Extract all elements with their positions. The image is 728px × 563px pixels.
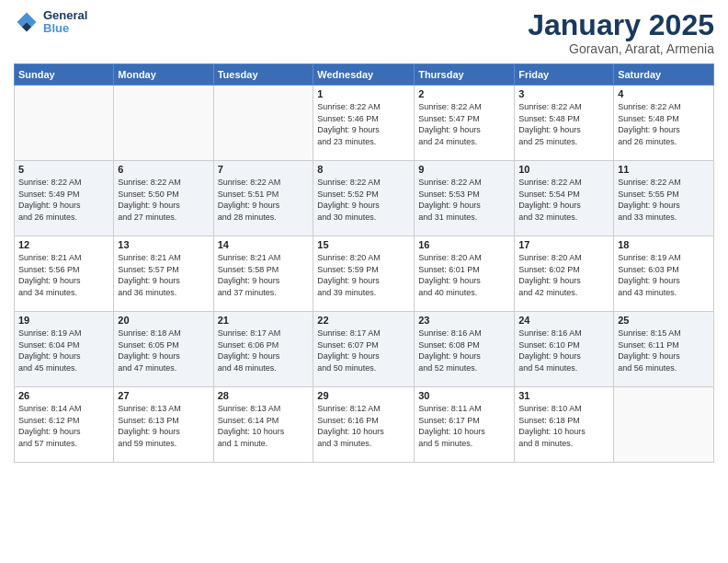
day-number: 22 [317,315,410,326]
day-cell: 9Sunrise: 8:22 AM Sunset: 5:53 PM Daylig… [415,161,515,236]
logo: General Blue [14,9,87,36]
day-info: Sunrise: 8:14 AM Sunset: 6:12 PM Dayligh… [18,403,109,449]
day-number: 7 [218,164,310,175]
day-number: 27 [118,390,209,401]
day-cell: 27Sunrise: 8:13 AM Sunset: 6:13 PM Dayli… [114,387,213,463]
day-info: Sunrise: 8:20 AM Sunset: 5:59 PM Dayligh… [317,252,410,298]
day-info: Sunrise: 8:22 AM Sunset: 5:52 PM Dayligh… [317,177,410,223]
day-cell: 3Sunrise: 8:22 AM Sunset: 5:48 PM Daylig… [515,86,614,161]
day-cell: 13Sunrise: 8:21 AM Sunset: 5:57 PM Dayli… [114,236,213,312]
day-cell: 18Sunrise: 8:19 AM Sunset: 6:03 PM Dayli… [614,236,714,312]
day-info: Sunrise: 8:21 AM Sunset: 5:56 PM Dayligh… [18,252,109,298]
day-cell [114,86,213,161]
week-row-5: 26Sunrise: 8:14 AM Sunset: 6:12 PM Dayli… [15,387,714,463]
day-info: Sunrise: 8:13 AM Sunset: 6:14 PM Dayligh… [218,403,310,449]
page: General Blue January 2025 Goravan, Arara… [0,0,728,563]
day-number: 24 [518,315,609,326]
day-number: 19 [18,315,109,326]
day-info: Sunrise: 8:19 AM Sunset: 6:03 PM Dayligh… [618,252,710,298]
day-info: Sunrise: 8:20 AM Sunset: 6:01 PM Dayligh… [418,252,510,298]
weekday-tuesday: Tuesday [213,64,313,86]
day-number: 17 [518,239,609,250]
day-cell: 8Sunrise: 8:22 AM Sunset: 5:52 PM Daylig… [313,161,415,236]
day-number: 26 [18,390,109,401]
day-cell: 14Sunrise: 8:21 AM Sunset: 5:58 PM Dayli… [213,236,313,312]
day-number: 13 [118,239,209,250]
week-row-2: 5Sunrise: 8:22 AM Sunset: 5:49 PM Daylig… [15,161,714,236]
day-cell: 24Sunrise: 8:16 AM Sunset: 6:10 PM Dayli… [515,312,614,387]
day-cell: 19Sunrise: 8:19 AM Sunset: 6:04 PM Dayli… [15,312,114,387]
week-row-1: 1Sunrise: 8:22 AM Sunset: 5:46 PM Daylig… [15,86,714,161]
day-info: Sunrise: 8:16 AM Sunset: 6:10 PM Dayligh… [518,327,609,373]
day-number: 15 [317,239,410,250]
weekday-thursday: Thursday [415,64,515,86]
week-row-4: 19Sunrise: 8:19 AM Sunset: 6:04 PM Dayli… [15,312,714,387]
month-title: January 2025 [528,9,714,41]
day-cell: 29Sunrise: 8:12 AM Sunset: 6:16 PM Dayli… [313,387,415,463]
day-cell: 7Sunrise: 8:22 AM Sunset: 5:51 PM Daylig… [213,161,313,236]
day-cell: 25Sunrise: 8:15 AM Sunset: 6:11 PM Dayli… [614,312,714,387]
day-info: Sunrise: 8:13 AM Sunset: 6:13 PM Dayligh… [118,403,209,449]
location: Goravan, Ararat, Armenia [528,41,714,56]
day-cell: 12Sunrise: 8:21 AM Sunset: 5:56 PM Dayli… [15,236,114,312]
day-cell [614,387,714,463]
day-info: Sunrise: 8:21 AM Sunset: 5:57 PM Dayligh… [118,252,209,298]
day-cell [213,86,313,161]
day-info: Sunrise: 8:12 AM Sunset: 6:16 PM Dayligh… [317,403,410,449]
day-info: Sunrise: 8:21 AM Sunset: 5:58 PM Dayligh… [218,252,310,298]
day-number: 11 [618,164,710,175]
day-info: Sunrise: 8:17 AM Sunset: 6:06 PM Dayligh… [218,327,310,373]
day-info: Sunrise: 8:16 AM Sunset: 6:08 PM Dayligh… [418,327,510,373]
day-cell: 28Sunrise: 8:13 AM Sunset: 6:14 PM Dayli… [213,387,313,463]
day-number: 16 [418,239,510,250]
day-cell: 31Sunrise: 8:10 AM Sunset: 6:18 PM Dayli… [515,387,614,463]
day-cell: 6Sunrise: 8:22 AM Sunset: 5:50 PM Daylig… [114,161,213,236]
day-info: Sunrise: 8:22 AM Sunset: 5:54 PM Dayligh… [518,177,609,223]
day-number: 10 [518,164,609,175]
day-info: Sunrise: 8:22 AM Sunset: 5:48 PM Dayligh… [618,101,710,147]
day-info: Sunrise: 8:17 AM Sunset: 6:07 PM Dayligh… [317,327,410,373]
day-number: 14 [218,239,310,250]
day-cell: 22Sunrise: 8:17 AM Sunset: 6:07 PM Dayli… [313,312,415,387]
day-number: 31 [518,390,609,401]
weekday-saturday: Saturday [614,64,714,86]
weekday-sunday: Sunday [15,64,114,86]
day-info: Sunrise: 8:18 AM Sunset: 6:05 PM Dayligh… [118,327,209,373]
day-info: Sunrise: 8:22 AM Sunset: 5:49 PM Dayligh… [18,177,109,223]
logo-line2: Blue [43,22,87,35]
day-info: Sunrise: 8:10 AM Sunset: 6:18 PM Dayligh… [518,403,609,449]
day-cell: 23Sunrise: 8:16 AM Sunset: 6:08 PM Dayli… [415,312,515,387]
logo-icon [14,9,40,35]
day-number: 2 [418,88,510,99]
weekday-monday: Monday [114,64,213,86]
day-info: Sunrise: 8:22 AM Sunset: 5:48 PM Dayligh… [518,101,609,147]
day-number: 1 [317,88,410,99]
day-number: 23 [418,315,510,326]
day-info: Sunrise: 8:22 AM Sunset: 5:53 PM Dayligh… [418,177,510,223]
day-cell: 11Sunrise: 8:22 AM Sunset: 5:55 PM Dayli… [614,161,714,236]
logo-text: General Blue [43,9,87,36]
day-number: 21 [218,315,310,326]
day-info: Sunrise: 8:20 AM Sunset: 6:02 PM Dayligh… [518,252,609,298]
day-number: 30 [418,390,510,401]
day-number: 25 [618,315,710,326]
day-cell: 15Sunrise: 8:20 AM Sunset: 5:59 PM Dayli… [313,236,415,312]
day-cell [15,86,114,161]
day-cell: 10Sunrise: 8:22 AM Sunset: 5:54 PM Dayli… [515,161,614,236]
day-cell: 16Sunrise: 8:20 AM Sunset: 6:01 PM Dayli… [415,236,515,312]
day-cell: 2Sunrise: 8:22 AM Sunset: 5:47 PM Daylig… [415,86,515,161]
day-number: 20 [118,315,209,326]
day-info: Sunrise: 8:22 AM Sunset: 5:51 PM Dayligh… [218,177,310,223]
day-number: 29 [317,390,410,401]
weekday-friday: Friday [515,64,614,86]
day-number: 5 [18,164,109,175]
day-cell: 1Sunrise: 8:22 AM Sunset: 5:46 PM Daylig… [313,86,415,161]
day-number: 28 [218,390,310,401]
day-cell: 4Sunrise: 8:22 AM Sunset: 5:48 PM Daylig… [614,86,714,161]
day-number: 4 [618,88,710,99]
day-cell: 5Sunrise: 8:22 AM Sunset: 5:49 PM Daylig… [15,161,114,236]
day-info: Sunrise: 8:22 AM Sunset: 5:50 PM Dayligh… [118,177,209,223]
day-cell: 21Sunrise: 8:17 AM Sunset: 6:06 PM Dayli… [213,312,313,387]
day-cell: 26Sunrise: 8:14 AM Sunset: 6:12 PM Dayli… [15,387,114,463]
week-row-3: 12Sunrise: 8:21 AM Sunset: 5:56 PM Dayli… [15,236,714,312]
